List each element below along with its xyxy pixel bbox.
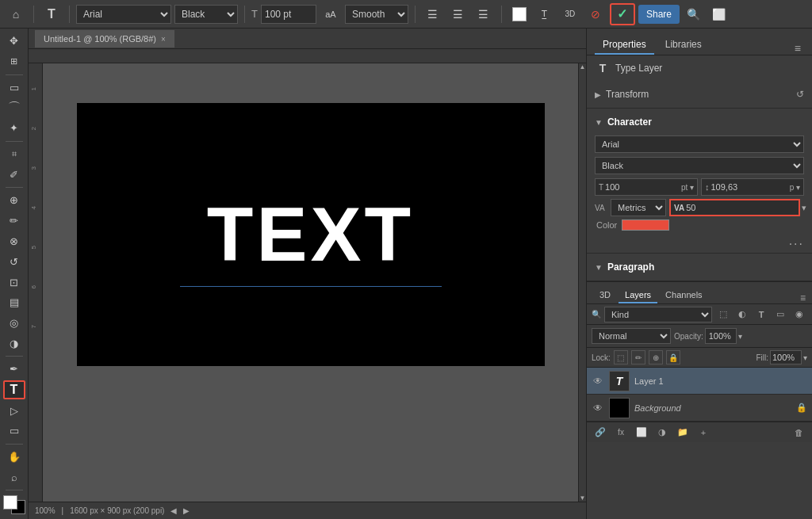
layer-shape-icon[interactable]: ▭ <box>772 307 788 322</box>
layer-visibility-bg[interactable]: 👁 <box>592 402 604 414</box>
share-button[interactable]: Share <box>638 5 680 24</box>
paragraph-header[interactable]: ▼ Paragraph <box>595 258 804 276</box>
healing-tool-button[interactable]: ⊕ <box>3 191 25 210</box>
lock-all-button[interactable]: 🔒 <box>666 350 680 364</box>
layer-adjust-icon[interactable]: ◐ <box>734 307 750 322</box>
gradient-tool-button[interactable]: ▤ <box>3 293 25 312</box>
blend-mode-select[interactable]: Normal <box>592 328 671 344</box>
type-tool-button[interactable]: T <box>3 380 25 399</box>
layers-tab-3d[interactable]: 3D <box>593 288 617 303</box>
lock-pixels-button[interactable]: ⬚ <box>614 350 628 364</box>
eyedropper-tool-button[interactable]: ✐ <box>3 165 25 184</box>
search-button[interactable]: 🔍 <box>683 3 705 25</box>
layer-smart-icon[interactable]: ◉ <box>791 307 807 322</box>
shape-tool-button[interactable]: ▭ <box>3 422 25 441</box>
layers-kind-select[interactable]: Kind <box>604 307 712 322</box>
transform-header[interactable]: ▶ Transform ↺ <box>595 86 804 103</box>
canvas-text-element[interactable]: TEXT <box>207 191 414 278</box>
font-size-toggle[interactable]: aA <box>320 3 342 25</box>
font-size-input[interactable] <box>261 5 316 24</box>
blur-tool-button[interactable]: ◎ <box>3 314 25 333</box>
zoom-tool-button[interactable]: ⌕ <box>3 467 25 487</box>
kerning-select[interactable]: Metrics <box>611 199 666 216</box>
layer-visibility-1[interactable]: 👁 <box>592 375 604 387</box>
lasso-tool-button[interactable]: ⌒ <box>3 98 25 117</box>
character-color-swatch[interactable] <box>622 219 669 231</box>
canvas[interactable]: TEXT <box>77 103 545 366</box>
new-group-button[interactable]: 📁 <box>674 426 691 440</box>
leading-field[interactable]: ↕ p ▾ <box>701 178 804 196</box>
layer-item-background[interactable]: 👁 Background 🔒 <box>587 395 812 422</box>
canvas-scroll-area[interactable]: TEXT <box>43 63 578 502</box>
scroll-arrow-up[interactable]: ▲ <box>580 63 586 71</box>
eraser-tool-button[interactable]: ⊡ <box>3 273 25 292</box>
commit-edits-button[interactable]: ✓ <box>610 3 635 25</box>
move-tool-button[interactable]: ✥ <box>3 32 25 51</box>
layer-item-1[interactable]: 👁 T Layer 1 <box>587 368 812 395</box>
history-brush-button[interactable]: ↺ <box>3 252 25 271</box>
add-mask-button[interactable]: ⬜ <box>633 426 650 440</box>
opacity-dropdown[interactable]: ▾ <box>738 332 742 341</box>
clone-stamp-button[interactable]: ⊗ <box>3 232 25 251</box>
character-header[interactable]: ▼ Character <box>595 113 804 131</box>
home-button[interactable]: ⌂ <box>5 3 27 25</box>
lock-artboard-button[interactable]: ⊕ <box>649 350 663 364</box>
tab-close-button[interactable]: × <box>161 35 166 44</box>
layers-tab-layers[interactable]: Layers <box>619 288 657 303</box>
nav-arrow-right[interactable]: ▶ <box>183 506 190 515</box>
character-font-style-select[interactable]: Black <box>595 157 804 174</box>
font-color-select[interactable]: Black <box>174 5 238 24</box>
align-left-button[interactable]: ☰ <box>422 3 444 25</box>
color-swatches[interactable] <box>3 495 25 514</box>
hand-tool-button[interactable]: ✋ <box>3 448 25 467</box>
panel-options-button[interactable]: ≡ <box>791 42 804 55</box>
color-swatch-button[interactable] <box>508 3 530 25</box>
layers-options-button[interactable]: ≡ <box>800 292 806 303</box>
fill-input[interactable] <box>770 350 802 364</box>
tab-libraries[interactable]: Libraries <box>657 36 710 55</box>
font-size-char-input[interactable] <box>605 182 680 192</box>
tracking-input[interactable] <box>686 203 795 212</box>
kerning-group: VA Metrics <box>595 199 666 216</box>
layer-type-icon[interactable]: T <box>753 307 769 322</box>
character-font-family-select[interactable]: Arial <box>595 135 804 153</box>
anti-alias-select[interactable]: Smooth <box>345 5 408 24</box>
delete-layer-button[interactable]: 🗑 <box>790 426 807 440</box>
link-layers-button[interactable]: 🔗 <box>592 426 609 440</box>
warp-text-button[interactable]: T̲ <box>534 3 556 25</box>
new-adjustment-button[interactable]: ◑ <box>653 426 671 440</box>
brush-tool-button[interactable]: ✏ <box>3 212 25 231</box>
crop-tool-button[interactable]: ⌗ <box>3 145 25 164</box>
tab-properties[interactable]: Properties <box>595 36 654 55</box>
font-size-field[interactable]: T pt ▾ <box>595 178 698 196</box>
path-select-button[interactable]: ▷ <box>3 401 25 420</box>
marquee-tool-button[interactable]: ▭ <box>3 78 25 97</box>
layer-pixel-icon[interactable]: ⬚ <box>715 307 731 322</box>
cancel-edits-button[interactable]: ⊘ <box>584 3 607 25</box>
3d-button[interactable]: 3D <box>559 3 581 25</box>
align-right-button[interactable]: ☰ <box>473 3 495 25</box>
magic-wand-tool-button[interactable]: ✦ <box>3 119 25 138</box>
fill-dropdown[interactable]: ▾ <box>803 353 807 362</box>
right-scrollbar[interactable]: ▲ ▼ <box>578 63 586 502</box>
opacity-input[interactable] <box>705 328 737 344</box>
dodge-tool-button[interactable]: ◑ <box>3 334 25 353</box>
lock-position-button[interactable]: ✏ <box>631 350 645 364</box>
add-style-button[interactable]: fx <box>612 426 630 440</box>
artboard-tool-button[interactable]: ⊞ <box>3 52 25 71</box>
layers-tab-channels[interactable]: Channels <box>659 288 708 303</box>
scroll-arrow-down[interactable]: ▼ <box>580 494 586 502</box>
new-layer-button[interactable]: + <box>695 426 712 440</box>
workspace-button[interactable]: ⬜ <box>708 3 730 25</box>
leading-input[interactable] <box>711 182 788 192</box>
tracking-dropdown[interactable]: ▾ <box>802 203 806 213</box>
pen-tool-button[interactable]: ✒ <box>3 360 25 379</box>
transform-reset-icon[interactable]: ↺ <box>796 89 804 100</box>
document-tab[interactable]: Untitled-1 @ 100% (RGB/8#) × <box>35 30 174 48</box>
type-tool-icon[interactable]: T <box>40 3 63 25</box>
font-family-select[interactable]: Arial <box>76 5 171 24</box>
align-center-button[interactable]: ☰ <box>447 3 469 25</box>
more-options-button[interactable]: ... <box>595 234 804 248</box>
nav-arrow-left[interactable]: ◀ <box>170 506 177 515</box>
tracking-field[interactable]: VA <box>669 199 800 216</box>
